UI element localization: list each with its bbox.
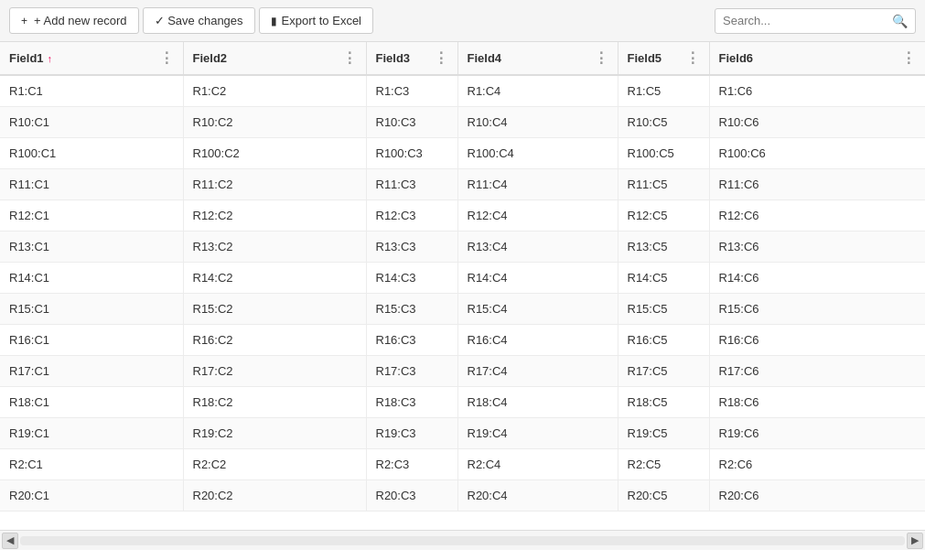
table-cell[interactable]: R15:C3 <box>366 294 457 325</box>
table-cell[interactable]: R16:C2 <box>183 325 366 356</box>
table-cell[interactable]: R100:C2 <box>183 138 366 169</box>
table-cell[interactable]: R13:C6 <box>709 232 925 263</box>
table-cell[interactable]: R20:C5 <box>618 480 709 512</box>
table-cell[interactable]: R1:C2 <box>183 75 366 107</box>
table-row[interactable]: R10:C1R10:C2R10:C3R10:C4R10:C5R10:C6 <box>0 107 925 138</box>
table-cell[interactable]: R16:C6 <box>709 325 925 356</box>
table-row[interactable]: R13:C1R13:C2R13:C3R13:C4R13:C5R13:C6 <box>0 232 925 263</box>
table-row[interactable]: R14:C1R14:C2R14:C3R14:C4R14:C5R14:C6 <box>0 263 925 294</box>
table-cell[interactable]: R19:C2 <box>183 418 366 449</box>
table-cell[interactable]: R12:C5 <box>618 200 709 232</box>
save-changes-button[interactable]: ✓ Save changes <box>143 7 255 34</box>
scroll-left-button[interactable]: ◀ <box>2 533 18 549</box>
table-cell[interactable]: R14:C2 <box>183 263 366 294</box>
table-cell[interactable]: R1:C5 <box>618 75 709 107</box>
table-cell[interactable]: R10:C5 <box>618 107 709 138</box>
table-row[interactable]: R11:C1R11:C2R11:C3R11:C4R11:C5R11:C6 <box>0 169 925 200</box>
table-cell[interactable]: R100:C3 <box>366 138 457 169</box>
table-cell[interactable]: R100:C6 <box>709 138 925 169</box>
table-row[interactable]: R20:C1R20:C2R20:C3R20:C4R20:C5R20:C6 <box>0 480 925 512</box>
table-cell[interactable]: R14:C6 <box>709 263 925 294</box>
sort-asc-icon[interactable]: ↑ <box>48 53 53 64</box>
table-cell[interactable]: R11:C4 <box>457 169 618 200</box>
table-cell[interactable]: R2:C5 <box>618 449 709 480</box>
table-cell[interactable]: R15:C1 <box>0 294 183 325</box>
search-input[interactable] <box>723 14 892 27</box>
table-cell[interactable]: R11:C2 <box>183 169 366 200</box>
table-cell[interactable]: R13:C2 <box>183 232 366 263</box>
table-cell[interactable]: R12:C4 <box>457 200 618 232</box>
table-row[interactable]: R1:C1R1:C2R1:C3R1:C4R1:C5R1:C6 <box>0 75 925 107</box>
table-cell[interactable]: R16:C1 <box>0 325 183 356</box>
table-row[interactable]: R15:C1R15:C2R15:C3R15:C4R15:C5R15:C6 <box>0 294 925 325</box>
table-cell[interactable]: R11:C5 <box>618 169 709 200</box>
table-cell[interactable]: R13:C4 <box>457 232 618 263</box>
table-cell[interactable]: R18:C6 <box>709 387 925 418</box>
table-cell[interactable]: R10:C6 <box>709 107 925 138</box>
horizontal-scrollbar[interactable]: ◀ ▶ <box>0 530 925 550</box>
table-cell[interactable]: R19:C3 <box>366 418 457 449</box>
table-cell[interactable]: R10:C2 <box>183 107 366 138</box>
table-cell[interactable]: R11:C1 <box>0 169 183 200</box>
table-cell[interactable]: R11:C3 <box>366 169 457 200</box>
table-cell[interactable]: R10:C1 <box>0 107 183 138</box>
table-cell[interactable]: R2:C2 <box>183 449 366 480</box>
table-cell[interactable]: R19:C4 <box>457 418 618 449</box>
table-cell[interactable]: R17:C1 <box>0 356 183 387</box>
table-cell[interactable]: R11:C6 <box>709 169 925 200</box>
field3-menu-icon[interactable]: ⋮ <box>434 49 448 67</box>
table-cell[interactable]: R16:C4 <box>457 325 618 356</box>
table-cell[interactable]: R15:C5 <box>618 294 709 325</box>
table-cell[interactable]: R12:C2 <box>183 200 366 232</box>
table-row[interactable]: R12:C1R12:C2R12:C3R12:C4R12:C5R12:C6 <box>0 200 925 232</box>
table-cell[interactable]: R19:C5 <box>618 418 709 449</box>
table-cell[interactable]: R18:C5 <box>618 387 709 418</box>
table-cell[interactable]: R12:C6 <box>709 200 925 232</box>
table-cell[interactable]: R14:C4 <box>457 263 618 294</box>
table-cell[interactable]: R17:C6 <box>709 356 925 387</box>
table-cell[interactable]: R1:C1 <box>0 75 183 107</box>
table-row[interactable]: R2:C1R2:C2R2:C3R2:C4R2:C5R2:C6 <box>0 449 925 480</box>
field1-menu-icon[interactable]: ⋮ <box>159 49 174 67</box>
table-cell[interactable]: R14:C1 <box>0 263 183 294</box>
export-excel-button[interactable]: ▮ Export to Excel <box>259 7 373 34</box>
field4-menu-icon[interactable]: ⋮ <box>594 49 608 67</box>
table-cell[interactable]: R15:C4 <box>457 294 618 325</box>
table-cell[interactable]: R12:C3 <box>366 200 457 232</box>
table-cell[interactable]: R10:C3 <box>366 107 457 138</box>
table-cell[interactable]: R12:C1 <box>0 200 183 232</box>
table-cell[interactable]: R14:C3 <box>366 263 457 294</box>
table-cell[interactable]: R13:C3 <box>366 232 457 263</box>
table-cell[interactable]: R17:C2 <box>183 356 366 387</box>
table-cell[interactable]: R19:C6 <box>709 418 925 449</box>
table-cell[interactable]: R13:C1 <box>0 232 183 263</box>
table-cell[interactable]: R2:C1 <box>0 449 183 480</box>
table-cell[interactable]: R16:C5 <box>618 325 709 356</box>
table-cell[interactable]: R2:C4 <box>457 449 618 480</box>
table-cell[interactable]: R14:C5 <box>618 263 709 294</box>
field6-menu-icon[interactable]: ⋮ <box>901 49 916 67</box>
table-cell[interactable]: R15:C2 <box>183 294 366 325</box>
table-cell[interactable]: R18:C4 <box>457 387 618 418</box>
table-cell[interactable]: R15:C6 <box>709 294 925 325</box>
table-cell[interactable]: R18:C1 <box>0 387 183 418</box>
field2-menu-icon[interactable]: ⋮ <box>342 49 357 67</box>
table-cell[interactable]: R17:C5 <box>618 356 709 387</box>
field5-menu-icon[interactable]: ⋮ <box>685 49 700 67</box>
table-cell[interactable]: R20:C4 <box>457 480 618 512</box>
table-cell[interactable]: R20:C3 <box>366 480 457 512</box>
table-row[interactable]: R17:C1R17:C2R17:C3R17:C4R17:C5R17:C6 <box>0 356 925 387</box>
table-cell[interactable]: R100:C4 <box>457 138 618 169</box>
table-row[interactable]: R16:C1R16:C2R16:C3R16:C4R16:C5R16:C6 <box>0 325 925 356</box>
table-cell[interactable]: R18:C3 <box>366 387 457 418</box>
scroll-right-button[interactable]: ▶ <box>907 533 923 549</box>
table-row[interactable]: R100:C1R100:C2R100:C3R100:C4R100:C5R100:… <box>0 138 925 169</box>
table-row[interactable]: R19:C1R19:C2R19:C3R19:C4R19:C5R19:C6 <box>0 418 925 449</box>
table-cell[interactable]: R20:C1 <box>0 480 183 512</box>
table-cell[interactable]: R17:C4 <box>457 356 618 387</box>
table-cell[interactable]: R2:C6 <box>709 449 925 480</box>
table-cell[interactable]: R18:C2 <box>183 387 366 418</box>
table-cell[interactable]: R16:C3 <box>366 325 457 356</box>
table-cell[interactable]: R100:C5 <box>618 138 709 169</box>
table-cell[interactable]: R17:C3 <box>366 356 457 387</box>
